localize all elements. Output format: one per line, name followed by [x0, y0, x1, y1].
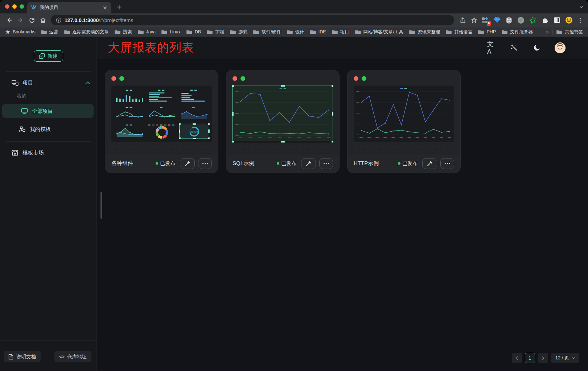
card-footer: SQL示例 已发布	[226, 154, 339, 173]
extension-command-circle[interactable]	[505, 16, 513, 24]
folder-icon	[445, 29, 452, 34]
tab-close-icon[interactable]	[102, 5, 108, 11]
project-card: 25.00% 各种组件 已发布	[105, 70, 218, 173]
docs-button[interactable]: 说明文档	[4, 351, 41, 362]
smiley-icon	[565, 16, 573, 24]
bookmarks-overflow-chevron[interactable]: »	[546, 29, 548, 35]
plus-icon	[116, 4, 122, 10]
selected-component[interactable]: 25.00%	[179, 124, 209, 139]
share-button[interactable]	[457, 15, 468, 26]
folder-icon	[478, 29, 484, 34]
projects-icon	[12, 80, 18, 86]
sidebar-divider	[6, 71, 91, 72]
hammer-icon	[184, 160, 190, 166]
thumbnail-separator	[354, 147, 454, 147]
dark-mode-button[interactable]	[532, 43, 542, 53]
sidebar-item-all-projects[interactable]: 全部项目	[2, 104, 94, 118]
sidebar-item-my-templates[interactable]: 我的模板	[0, 123, 96, 136]
reload-button[interactable]	[26, 15, 37, 26]
extension-green-dot-circle[interactable]	[517, 16, 525, 24]
project-thumbnail[interactable]	[354, 86, 454, 142]
site-info-icon[interactable]	[56, 17, 61, 23]
address-bar[interactable]: 127.0.0.1:3000/#/project/items	[51, 15, 454, 25]
extension-side-panel[interactable]	[553, 16, 561, 24]
bookmark-item[interactable]: 项目	[332, 29, 349, 35]
thumbnail-separator	[111, 147, 212, 147]
new-project-icon	[39, 53, 45, 59]
chevron-up-icon[interactable]	[85, 81, 90, 84]
extensions-puzzle-button[interactable]	[541, 16, 549, 24]
bookmark-item[interactable]: 软件/硬件	[253, 29, 281, 35]
bookmarks-manager[interactable]: Bookmarks	[5, 29, 36, 35]
edit-project-button[interactable]	[422, 158, 437, 169]
repo-button[interactable]: </> 仓库地址	[54, 351, 91, 362]
zoom-window-button[interactable]	[20, 4, 24, 9]
folder-icon	[501, 29, 508, 34]
language-button[interactable]: 文A	[487, 43, 497, 53]
more-actions-button[interactable]	[319, 158, 333, 169]
star-icon	[471, 17, 477, 24]
pagination: 1 12 / 页	[512, 353, 579, 363]
current-page-button[interactable]: 1	[525, 353, 535, 363]
other-bookmarks[interactable]: 其他书签	[556, 29, 583, 35]
user-avatar[interactable]	[555, 42, 566, 53]
sidebar-item-template-market[interactable]: 模板市场	[0, 146, 96, 159]
more-actions-button[interactable]	[198, 158, 212, 169]
extension-green-star[interactable]	[529, 16, 537, 24]
bookmark-item[interactable]: DB	[186, 29, 201, 34]
app-header: 大屏报表的列表 文A	[97, 37, 588, 59]
next-page-button[interactable]	[538, 353, 548, 363]
tab-search-button[interactable]	[579, 5, 584, 9]
project-thumbnail[interactable]: 25.00%	[111, 86, 212, 142]
bookmark-star-button[interactable]	[468, 15, 480, 26]
folder-icon	[409, 29, 415, 34]
sidebar-group-project[interactable]: 项目	[0, 76, 96, 89]
bookmark-item[interactable]: 网站/博客/文章/工具	[355, 29, 403, 35]
project-thumbnail[interactable]	[233, 86, 333, 142]
forward-button[interactable]	[15, 15, 26, 26]
home-button[interactable]	[37, 15, 49, 26]
bookmark-item[interactable]: PHP	[478, 29, 496, 34]
bookmark-item[interactable]: IDE	[310, 29, 326, 34]
bookmark-item[interactable]: 其他语言	[445, 29, 472, 35]
page-size-select[interactable]: 12 / 页	[551, 353, 579, 363]
minimize-window-button[interactable]	[12, 4, 17, 9]
mini-line-chart	[147, 106, 177, 121]
bookmark-item[interactable]: 近期需要读的文章	[64, 29, 109, 35]
folder-icon	[41, 29, 47, 34]
extension-grid-diamond[interactable]: 9	[481, 16, 489, 24]
project-title: SQL示例	[233, 160, 274, 167]
url-text: 127.0.0.1:3000/#/project/items	[65, 17, 133, 23]
theme-wand-button[interactable]	[510, 43, 519, 53]
command-icon	[505, 17, 513, 24]
new-project-button[interactable]: 新建	[34, 50, 63, 62]
bookmark-item[interactable]: 游戏	[230, 29, 247, 35]
edit-project-button[interactable]	[180, 158, 195, 169]
page-title: 大屏报表的列表	[108, 40, 194, 56]
status-dot	[277, 162, 279, 165]
bookmark-item[interactable]: 运营	[41, 29, 58, 35]
new-tab-button[interactable]	[115, 3, 123, 11]
extension-emoji[interactable]	[565, 16, 573, 24]
bookmark-item[interactable]: 文件服务器	[501, 29, 533, 35]
mini-hbar-chart	[147, 89, 177, 104]
browser-toolbar: 127.0.0.1:3000/#/project/items 9	[0, 13, 588, 27]
bookmark-item[interactable]: 设计	[287, 29, 304, 35]
back-button[interactable]	[4, 15, 15, 26]
bookmark-item[interactable]: 前端	[206, 29, 224, 35]
bookmark-item[interactable]: Linux	[161, 29, 181, 34]
red-dot	[233, 76, 237, 81]
close-window-button[interactable]	[5, 4, 9, 9]
document-icon	[8, 354, 13, 360]
browser-tab[interactable]: 我的项目	[27, 2, 111, 13]
bookmark-item[interactable]: 搜索	[114, 29, 132, 35]
folder-icon	[186, 29, 193, 34]
bookmark-item[interactable]: 资讯未整理	[409, 29, 440, 35]
card-footer: HTTP示例 已发布	[348, 154, 460, 173]
extension-gem[interactable]	[493, 16, 501, 24]
more-actions-button[interactable]	[440, 158, 454, 169]
bookmark-item[interactable]: Java	[137, 29, 156, 34]
browser-menu-button[interactable]	[576, 16, 584, 25]
prev-page-button[interactable]	[512, 353, 522, 363]
edit-project-button[interactable]	[301, 158, 316, 169]
